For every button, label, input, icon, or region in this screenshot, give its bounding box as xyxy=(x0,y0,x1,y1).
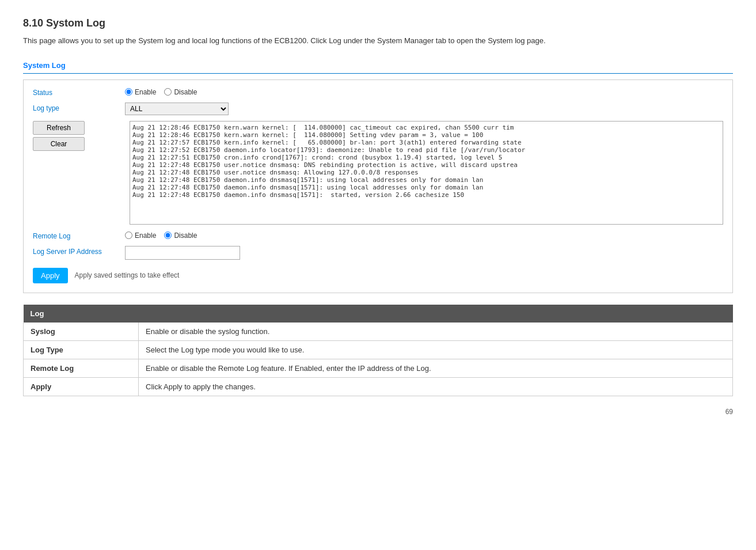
log-type-label: Log type xyxy=(33,103,125,112)
remote-enable-option[interactable]: Enable xyxy=(125,232,156,240)
table-term: Remote Log xyxy=(24,359,139,377)
remote-enable-radio[interactable] xyxy=(125,232,132,239)
log-type-control: ALL xyxy=(125,103,723,115)
log-server-ip-control xyxy=(125,246,723,260)
log-server-ip-row: Log Server IP Address xyxy=(33,246,723,260)
refresh-button[interactable]: Refresh xyxy=(33,121,85,135)
table-description: Enable or disable the Remote Log feature… xyxy=(139,359,733,377)
log-buttons-group: Refresh Clear xyxy=(33,121,85,151)
table-term: Syslog xyxy=(24,323,139,341)
reference-table: Log SyslogEnable or disable the syslog f… xyxy=(23,305,733,396)
apply-note: Apply saved settings to take effect xyxy=(75,271,180,279)
log-type-select[interactable]: ALL xyxy=(125,103,229,115)
section-title: System Log xyxy=(23,61,733,70)
table-description: Enable or disable the syslog function. xyxy=(139,323,733,341)
status-enable-radio[interactable] xyxy=(125,88,132,96)
clear-button[interactable]: Clear xyxy=(33,137,85,151)
section-divider xyxy=(23,73,733,74)
log-buttons-spacer: Refresh Clear xyxy=(33,121,125,151)
status-disable-radio[interactable] xyxy=(164,88,172,96)
page-intro: This page allows you to set up the Syste… xyxy=(23,35,733,47)
status-label: Status xyxy=(33,87,125,97)
log-type-row: Log type ALL xyxy=(33,103,723,115)
status-enable-option[interactable]: Enable xyxy=(125,88,156,96)
status-row: Status Enable Disable xyxy=(33,87,723,97)
log-textarea[interactable] xyxy=(130,121,723,225)
table-term: Apply xyxy=(24,377,139,396)
log-content-row: Refresh Clear xyxy=(33,121,723,225)
status-radio-group: Enable Disable xyxy=(125,87,723,96)
table-row: Remote LogEnable or disable the Remote L… xyxy=(24,359,733,377)
table-row: ApplyClick Apply to apply the changes. xyxy=(24,377,733,396)
table-description: Select the Log type mode you would like … xyxy=(139,340,733,359)
system-log-panel: Status Enable Disable Log type ALL Refre… xyxy=(23,79,733,293)
apply-button[interactable]: Apply xyxy=(33,268,68,283)
apply-row: Apply Apply saved settings to take effec… xyxy=(33,268,723,283)
page-heading: 8.10 Systom Log xyxy=(23,17,733,29)
remote-log-label: Remote Log xyxy=(33,230,125,240)
status-disable-option[interactable]: Disable xyxy=(164,88,197,96)
page-number: 69 xyxy=(23,408,733,416)
log-server-ip-input[interactable] xyxy=(125,246,240,260)
remote-disable-radio[interactable] xyxy=(164,232,172,239)
table-term: Log Type xyxy=(24,340,139,359)
log-server-ip-label: Log Server IP Address xyxy=(33,246,125,256)
status-enable-label: Enable xyxy=(135,88,156,96)
remote-enable-label: Enable xyxy=(135,232,156,240)
table-row: SyslogEnable or disable the syslog funct… xyxy=(24,323,733,341)
remote-log-row: Remote Log Enable Disable xyxy=(33,230,723,240)
table-header: Log xyxy=(24,305,733,323)
table-row: Log TypeSelect the Log type mode you wou… xyxy=(24,340,733,359)
table-description: Click Apply to apply the changes. xyxy=(139,377,733,396)
remote-disable-option[interactable]: Disable xyxy=(164,232,197,240)
remote-log-radio-group: Enable Disable xyxy=(125,230,723,240)
status-disable-label: Disable xyxy=(174,88,197,96)
remote-disable-label: Disable xyxy=(174,232,197,240)
